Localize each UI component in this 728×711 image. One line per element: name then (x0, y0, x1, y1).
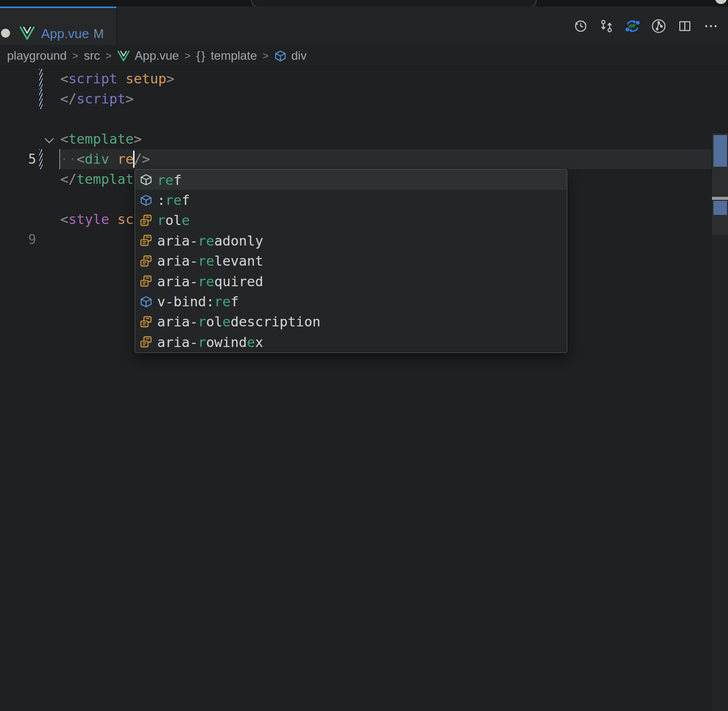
field-icon (140, 275, 153, 288)
code-token: template (68, 131, 134, 147)
suggest-item-aria-relevant[interactable]: aria-relevant (135, 251, 567, 271)
code-editor[interactable]: <script setup></script><template>5··<div… (0, 67, 728, 711)
field-icon (140, 335, 153, 348)
compare-changes-icon[interactable] (593, 13, 620, 39)
svg-text:diff: diff (629, 24, 636, 28)
breadcrumb-item-app-vue[interactable]: App.vue (117, 49, 179, 63)
code-token: < (60, 131, 68, 147)
overview-ruler[interactable] (711, 134, 728, 711)
breadcrumb-item-template[interactable]: {}template (196, 49, 257, 63)
code-token: </ (60, 171, 77, 187)
code-line-text: <template> (60, 129, 142, 149)
breadcrumb-separator-icon: > (72, 50, 78, 62)
modified-gutter-indicator (39, 89, 43, 109)
field-icon (140, 234, 153, 247)
suggest-item-label: aria-rowindex (157, 334, 263, 350)
code-line-text: <script setup> (60, 69, 175, 89)
code-line[interactable] (0, 109, 711, 129)
fold-chevron-down-icon[interactable] (44, 137, 54, 146)
breadcrumb-item-src[interactable]: src (84, 49, 100, 63)
tab-appvue[interactable]: App.vue M (0, 7, 117, 45)
vscode-window: App.vue M (0, 0, 728, 711)
cursor-line-decoration (712, 197, 728, 200)
breadcrumb-label: playground (7, 49, 67, 63)
code-token: /> (134, 151, 150, 167)
more-actions-icon[interactable] (698, 13, 724, 39)
modified-gutter-indicator (39, 149, 43, 169)
suggest-item-ref[interactable]: ref (135, 170, 567, 190)
code-token: script (68, 71, 117, 86)
suggest-item-aria-roledescription[interactable]: aria-roledescription (135, 312, 567, 332)
unsaved-dot-icon (1, 29, 10, 38)
code-line[interactable]: </script> (0, 89, 711, 109)
breadcrumb-separator-icon: > (105, 50, 111, 62)
code-token: < (77, 151, 85, 167)
cube-binding-icon (140, 194, 153, 207)
breadcrumb-item-div[interactable]: div (274, 49, 307, 63)
breadcrumb-label: div (291, 49, 307, 63)
field-icon (140, 214, 153, 227)
breadcrumb-label: template (211, 49, 257, 63)
breadcrumb-separator-icon: > (184, 50, 190, 62)
text-cursor (133, 151, 135, 168)
code-token: < (60, 71, 68, 86)
suggest-item-aria-readonly[interactable]: aria-readonly (135, 230, 567, 251)
code-line[interactable]: <template> (0, 129, 711, 149)
code-token: > (126, 91, 134, 106)
code-token: > (134, 131, 142, 147)
tab-title: App.vue (41, 26, 89, 42)
timeline-history-icon[interactable] (567, 13, 593, 39)
suggest-widget: ref:refrolearia-readonlyaria-relevantari… (135, 169, 567, 353)
suggest-item-label: aria-relevant (157, 253, 263, 269)
breadcrumb-label: src (84, 49, 100, 63)
code-token: re (109, 151, 134, 167)
field-icon (140, 315, 153, 328)
code-token: </ (60, 91, 77, 106)
code-token: div (85, 151, 109, 167)
line-number: 5 (0, 149, 36, 169)
code-token: sc (109, 211, 134, 227)
title-bar (0, 0, 728, 7)
code-token: templat (77, 171, 134, 187)
suggest-item-label: v-bind:ref (157, 294, 239, 309)
cube-icon (140, 173, 153, 186)
git-graph-icon[interactable] (646, 13, 672, 39)
active-tab-accent (0, 7, 116, 8)
code-token: > (166, 71, 174, 86)
curly-braces-icon: {} (196, 49, 206, 63)
diff-tool-icon[interactable]: diff (620, 13, 646, 39)
modified-gutter-indicator (39, 69, 43, 89)
code-token: < (60, 211, 68, 227)
tab-modified-badge: M (93, 27, 104, 41)
breadcrumb: playground>src>App.vue>{}template>div (0, 45, 728, 67)
cube-binding-icon (140, 295, 153, 308)
suggest-item-label: aria-readonly (157, 233, 263, 249)
suggest-item-label: ref (157, 172, 182, 188)
element-cube-icon (274, 50, 287, 62)
breadcrumb-separator-icon: > (263, 50, 269, 62)
breadcrumb-label: App.vue (135, 49, 179, 63)
suggest-item-ref[interactable]: :ref (135, 190, 567, 210)
editor-actions: diff (567, 7, 724, 45)
code-token: ·· (60, 151, 77, 167)
vue-file-icon (117, 50, 130, 62)
tab-bar: App.vue M (0, 7, 728, 46)
split-editor-icon[interactable] (672, 13, 698, 39)
breadcrumb-item-playground[interactable]: playground (7, 49, 67, 63)
suggest-item-label: aria-roledescription (157, 314, 320, 329)
suggest-item-aria-rowindex[interactable]: aria-rowindex (135, 332, 567, 352)
code-token: script (77, 91, 126, 106)
code-line-text: </script> (60, 89, 134, 109)
account-avatar[interactable] (715, 0, 727, 4)
line-number: 9 (0, 229, 36, 250)
suggest-item-v-bind-ref[interactable]: v-bind:ref (135, 291, 567, 311)
suggest-item-label: aria-required (157, 274, 263, 289)
code-line[interactable]: <script setup> (0, 69, 711, 89)
suggest-item-label: role (157, 212, 190, 228)
suggest-item-aria-required[interactable]: aria-required (135, 271, 567, 291)
code-line-text: </templat (60, 169, 134, 189)
code-line[interactable]: 5··<div re/> (0, 149, 711, 169)
code-line-text: ··<div re/> (60, 149, 150, 169)
suggest-item-role[interactable]: role (135, 210, 567, 230)
code-token: style (68, 211, 109, 227)
